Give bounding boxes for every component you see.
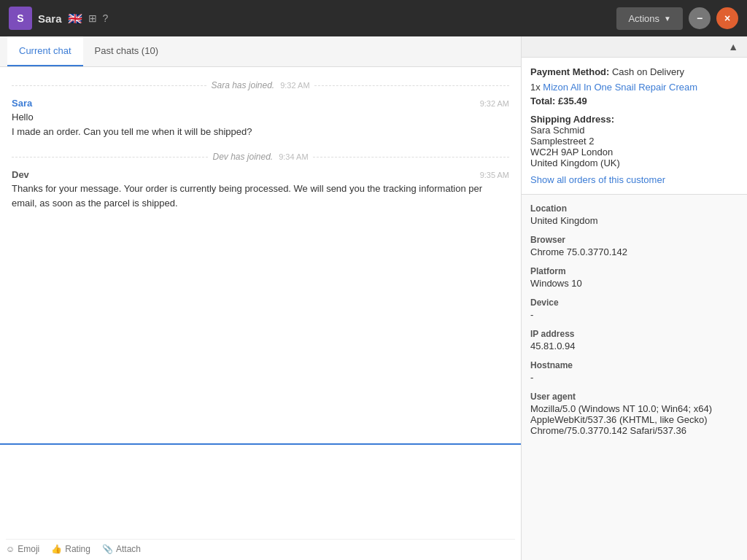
rating-label: Rating	[65, 544, 90, 554]
device-label: Device	[530, 298, 738, 308]
address-street: Samplestreet 2	[530, 136, 738, 147]
product-qty: 1x	[530, 82, 541, 93]
message-group-sara: Sara 9:32 AM Hello I made an order. Can …	[12, 98, 509, 139]
close-button[interactable]: ×	[716, 7, 738, 29]
address-country: United Kingdom (UK)	[530, 158, 738, 168]
ip-label: IP address	[530, 329, 738, 339]
system-text-dev: Dev has joined.	[212, 152, 273, 162]
top-bar: S Sara 🇬🇧 ⊞ ? Actions ▼ − ×	[0, 0, 747, 36]
order-section: Payment Method: Cash on Delivery 1x Mizo…	[522, 58, 747, 195]
right-panel: ▲ Payment Method: Cash on Delivery 1x Mi…	[521, 36, 747, 560]
total-value: £35.49	[558, 96, 587, 106]
shipping-title: Shipping Address:	[530, 114, 738, 125]
msg-time-sara: 9:32 AM	[480, 99, 509, 108]
help-icon[interactable]: ?	[103, 12, 109, 24]
msg-body-sara: Hello I made an order. Can you tell me w…	[12, 110, 509, 139]
info-row-useragent: User agent Mozilla/5.0 (Windows NT 10.0;…	[530, 392, 738, 436]
actions-button[interactable]: Actions ▼	[616, 7, 683, 30]
ip-value: 45.81.0.94	[530, 341, 738, 351]
tab-current-chat[interactable]: Current chat	[7, 36, 83, 66]
payment-value-text: Cash on Delivery	[612, 66, 684, 77]
product-link[interactable]: Mizon All In One Snail Repair Cream	[543, 82, 697, 93]
chat-panel: Current chat Past chats (10) Sara has jo…	[0, 36, 521, 560]
actions-label: Actions	[628, 13, 659, 24]
total-label: Total:	[530, 96, 555, 106]
platform-label: Platform	[530, 266, 738, 276]
collapse-button[interactable]: ▲	[728, 41, 738, 52]
info-row-device: Device -	[530, 298, 738, 320]
location-label: Location	[530, 203, 738, 214]
msg-header-sara: Sara 9:32 AM	[12, 98, 509, 109]
chat-input[interactable]	[6, 451, 515, 539]
tab-past-chats[interactable]: Past chats (10)	[83, 36, 170, 66]
chat-tabs: Current chat Past chats (10)	[0, 36, 521, 67]
system-message-dev-joined: Dev has joined. 9:34 AM	[12, 147, 509, 166]
main-layout: Current chat Past chats (10) Sara has jo…	[0, 36, 747, 560]
browser-label: Browser	[530, 235, 738, 245]
system-time-dev: 9:34 AM	[279, 152, 308, 161]
visitor-info-section: Location United Kingdom Browser Chrome 7…	[522, 195, 747, 560]
chat-messages: Sara has joined. 9:32 AM Sara 9:32 AM He…	[0, 67, 521, 443]
order-total-line: Total: £35.49	[530, 96, 738, 106]
msg-header-dev: Dev 9:35 AM	[12, 169, 509, 180]
platform-value: Windows 10	[530, 278, 738, 289]
info-row-hostname: Hostname -	[530, 360, 738, 383]
top-bar-left: S Sara 🇬🇧 ⊞ ?	[9, 7, 108, 30]
msg-line-1: Hello	[12, 110, 509, 125]
message-group-dev: Dev 9:35 AM Thanks for your message. You…	[12, 169, 509, 210]
payment-method-line: Payment Method: Cash on Delivery	[530, 66, 738, 77]
device-value: -	[530, 309, 738, 320]
rating-button[interactable]: 👍 Rating	[51, 544, 90, 554]
system-time: 9:32 AM	[280, 81, 309, 90]
chat-toolbar: ☺ Emoji 👍 Rating 📎 Attach	[6, 539, 515, 554]
show-orders-link[interactable]: Show all orders of this customer	[530, 174, 738, 185]
attach-label: Attach	[116, 544, 141, 554]
useragent-label: User agent	[530, 392, 738, 402]
msg-body-dev: Thanks for your message. Your order is c…	[12, 182, 509, 210]
chevron-down-icon: ▼	[664, 15, 671, 23]
payment-label: Payment Method:	[530, 66, 609, 77]
info-row-browser: Browser Chrome 75.0.3770.142	[530, 235, 738, 257]
user-name: Sara	[38, 12, 62, 25]
browser-value: Chrome 75.0.3770.142	[530, 246, 738, 257]
info-row-platform: Platform Windows 10	[530, 266, 738, 289]
top-bar-right: Actions ▼ − ×	[616, 7, 738, 30]
hostname-label: Hostname	[530, 360, 738, 370]
product-line: 1x Mizon All In One Snail Repair Cream	[530, 82, 738, 93]
hostname-value: -	[530, 372, 738, 383]
minimize-button[interactable]: −	[689, 7, 711, 29]
rating-icon: 👍	[51, 544, 62, 554]
info-row-ip: IP address 45.81.0.94	[530, 329, 738, 351]
emoji-icon: ☺	[6, 544, 15, 554]
msg-time-dev: 9:35 AM	[480, 171, 509, 179]
msg-line-2: I made an order. Can you tell me when it…	[12, 125, 509, 139]
windows-icon: ⊞	[88, 12, 97, 24]
system-text: Sara has joined.	[211, 80, 274, 90]
avatar: S	[9, 7, 32, 30]
chat-input-area: ☺ Emoji 👍 Rating 📎 Attach	[0, 443, 521, 560]
msg-author-dev: Dev	[12, 169, 29, 180]
emoji-label: Emoji	[18, 544, 39, 554]
system-message-sara-joined: Sara has joined. 9:32 AM	[12, 76, 509, 95]
location-value: United Kingdom	[530, 215, 738, 226]
msg-author-sara: Sara	[12, 98, 32, 109]
info-row-location: Location United Kingdom	[530, 203, 738, 226]
attach-icon: 📎	[102, 544, 113, 554]
useragent-value: Mozilla/5.0 (Windows NT 10.0; Win64; x64…	[530, 403, 738, 436]
address-city: WC2H 9AP London	[530, 147, 738, 158]
emoji-button[interactable]: ☺ Emoji	[6, 544, 39, 554]
address-name: Sara Schmid	[530, 125, 738, 136]
attach-button[interactable]: 📎 Attach	[102, 544, 141, 554]
right-panel-header: ▲	[522, 36, 747, 58]
flag-icon: 🇬🇧	[68, 12, 82, 26]
